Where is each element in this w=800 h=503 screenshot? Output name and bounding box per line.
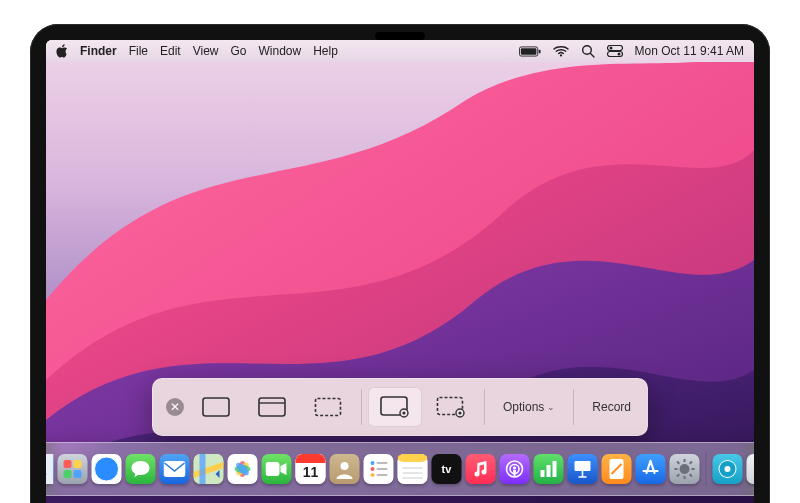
svg-rect-56 <box>547 465 551 477</box>
svg-rect-58 <box>575 461 591 471</box>
svg-rect-57 <box>553 461 557 477</box>
laptop-bezel: Finder File Edit View Go Window Help <box>30 24 770 503</box>
svg-rect-25 <box>74 460 82 468</box>
menubar-clock[interactable]: Mon Oct 11 9:41 AM <box>635 44 744 58</box>
dock-app-numbers[interactable] <box>534 454 564 484</box>
dock-app-contacts[interactable] <box>330 454 360 484</box>
svg-rect-48 <box>398 454 428 462</box>
options-label: Options <box>503 400 544 414</box>
record-selection-button[interactable] <box>424 387 478 427</box>
menu-help[interactable]: Help <box>313 44 338 58</box>
svg-rect-32 <box>164 461 186 477</box>
active-app-name[interactable]: Finder <box>80 44 117 58</box>
svg-point-4 <box>560 54 562 56</box>
menu-edit[interactable]: Edit <box>160 44 181 58</box>
dock-app-music[interactable] <box>466 454 496 484</box>
screen: Finder File Edit View Go Window Help <box>46 40 754 503</box>
dock-app-photos[interactable] <box>228 454 258 484</box>
svg-point-45 <box>371 473 375 477</box>
dock-app-facetime[interactable] <box>262 454 292 484</box>
screenshot-options-button[interactable]: Options ⌄ <box>491 387 567 427</box>
svg-rect-39 <box>266 462 280 476</box>
svg-rect-24 <box>64 460 72 468</box>
dock-app-appstore[interactable] <box>636 454 666 484</box>
svg-rect-26 <box>64 470 72 478</box>
dock-app-system-preferences[interactable] <box>670 454 700 484</box>
svg-line-68 <box>690 474 692 476</box>
svg-rect-42 <box>377 462 388 464</box>
battery-icon[interactable] <box>519 46 541 57</box>
dock-app-notes[interactable] <box>398 454 428 484</box>
dock-app-downloads[interactable] <box>713 454 743 484</box>
svg-line-70 <box>690 462 692 464</box>
laptop-notch <box>375 32 425 40</box>
chevron-down-icon: ⌄ <box>547 402 555 412</box>
dock-app-calendar[interactable]: 11 <box>296 454 326 484</box>
dock-container: 11 tv <box>46 442 754 496</box>
dock-trash[interactable] <box>747 454 755 484</box>
svg-line-69 <box>677 474 679 476</box>
dock-app-reminders[interactable] <box>364 454 394 484</box>
dock-app-messages[interactable] <box>126 454 156 484</box>
control-center-icon[interactable] <box>607 45 623 57</box>
svg-rect-3 <box>538 49 540 53</box>
spotlight-icon[interactable] <box>581 44 595 58</box>
svg-point-8 <box>609 47 612 50</box>
dock-separator <box>706 452 707 486</box>
dock-app-safari[interactable] <box>92 454 122 484</box>
menu-file[interactable]: File <box>129 44 148 58</box>
apple-menu-icon[interactable] <box>56 44 68 58</box>
dock: 11 tv <box>46 442 754 496</box>
svg-point-10 <box>617 53 620 56</box>
dock-app-pages[interactable] <box>602 454 632 484</box>
svg-point-73 <box>725 466 731 472</box>
svg-rect-44 <box>377 468 388 470</box>
menu-window[interactable]: Window <box>259 44 302 58</box>
svg-point-40 <box>341 462 349 470</box>
svg-point-54 <box>513 466 516 469</box>
capture-selection-button[interactable] <box>301 387 355 427</box>
svg-rect-12 <box>259 398 285 416</box>
svg-point-20 <box>458 411 461 414</box>
svg-line-6 <box>590 54 594 58</box>
menu-go[interactable]: Go <box>231 44 247 58</box>
svg-point-41 <box>371 461 375 465</box>
svg-rect-27 <box>74 470 82 478</box>
menubar: Finder File Edit View Go Window Help <box>46 40 754 62</box>
toolbar-separator <box>573 389 574 425</box>
dock-app-mail[interactable] <box>160 454 190 484</box>
screenshot-close-button[interactable]: ✕ <box>157 387 187 427</box>
svg-rect-14 <box>315 399 340 416</box>
dock-app-keynote[interactable] <box>568 454 598 484</box>
svg-line-67 <box>677 462 679 464</box>
screenshot-toolbar: ✕ Options ⌄ <box>152 378 648 436</box>
dock-app-finder[interactable] <box>46 454 54 484</box>
svg-point-43 <box>371 467 375 471</box>
close-icon: ✕ <box>166 398 184 416</box>
record-label: Record <box>592 400 631 414</box>
screenshot-record-button[interactable]: Record <box>580 387 643 427</box>
toolbar-separator <box>361 389 362 425</box>
wifi-icon[interactable] <box>553 45 569 57</box>
svg-rect-46 <box>377 474 388 476</box>
svg-rect-11 <box>203 398 229 416</box>
dock-app-podcasts[interactable] <box>500 454 530 484</box>
svg-point-62 <box>680 464 690 474</box>
toolbar-separator <box>484 389 485 425</box>
calendar-day: 11 <box>303 463 319 481</box>
dock-app-maps[interactable] <box>194 454 224 484</box>
capture-entire-screen-button[interactable] <box>189 387 243 427</box>
record-entire-screen-button[interactable] <box>368 387 422 427</box>
menu-view[interactable]: View <box>193 44 219 58</box>
dock-app-tv[interactable]: tv <box>432 454 462 484</box>
svg-rect-55 <box>541 470 545 477</box>
svg-rect-2 <box>520 48 536 54</box>
svg-point-17 <box>402 411 405 414</box>
dock-app-launchpad[interactable] <box>58 454 88 484</box>
calendar-header <box>296 454 326 463</box>
capture-window-button[interactable] <box>245 387 299 427</box>
